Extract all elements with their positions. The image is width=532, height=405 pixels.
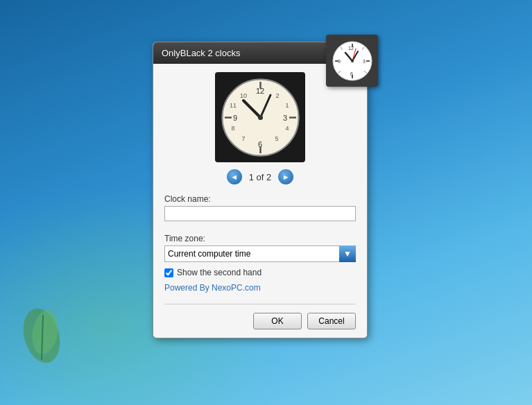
svg-text:10: 10: [239, 92, 246, 99]
timezone-label: Time zone:: [164, 234, 356, 243]
svg-point-19: [351, 60, 354, 62]
svg-text:1: 1: [285, 102, 289, 109]
title-clock-face: 12 3 6 9: [332, 40, 373, 82]
clock-navigation: ◄ 1 of 2 ►: [164, 169, 356, 184]
svg-point-40: [258, 115, 263, 120]
dialog-title: OnlyBLack 2 clocks: [162, 48, 240, 58]
svg-text:12: 12: [255, 87, 264, 95]
timezone-select[interactable]: Current computer time UTC US Eastern US …: [164, 245, 356, 262]
svg-text:6: 6: [257, 140, 261, 148]
second-hand-row: Show the second hand: [164, 268, 356, 277]
svg-text:5: 5: [275, 135, 278, 142]
powered-by-link[interactable]: Powered By NexoPC.com: [164, 283, 356, 293]
svg-text:3: 3: [363, 59, 366, 64]
second-hand-checkbox[interactable]: [164, 268, 173, 277]
prev-clock-button[interactable]: ◄: [227, 169, 242, 184]
second-hand-label: Show the second hand: [177, 268, 261, 277]
clock-preview-box: 12 3 6 9 2 1 4 5 7 8 11 10: [215, 72, 305, 162]
svg-text:12: 12: [348, 46, 354, 51]
button-separator: [164, 304, 356, 304]
svg-text:8: 8: [231, 125, 234, 132]
ok-button[interactable]: OK: [253, 313, 302, 329]
svg-text:2: 2: [275, 92, 279, 99]
svg-text:11: 11: [229, 102, 236, 109]
next-clock-button[interactable]: ►: [278, 169, 293, 184]
cancel-button[interactable]: Cancel: [307, 313, 356, 329]
timezone-select-wrapper: Current computer time UTC US Eastern US …: [164, 245, 356, 262]
svg-text:7: 7: [241, 135, 245, 142]
timezone-group: Time zone: Current computer time UTC US …: [164, 234, 356, 262]
clock-name-label: Clock name:: [164, 194, 356, 204]
svg-text:9: 9: [338, 59, 341, 64]
large-clock-face: 12 3 6 9 2 1 4 5 7 8 11 10: [221, 78, 300, 157]
svg-text:3: 3: [282, 114, 286, 122]
svg-text:9: 9: [232, 114, 237, 122]
dialog-container: 12 3 6 9 OnlyBLack 2 clocks: [153, 42, 368, 338]
title-clock-widget: 12 3 6 9: [326, 35, 378, 87]
dialog-body: 12 3 6 9 2 1 4 5 7 8 11 10: [153, 64, 367, 338]
clock-counter: 1 of 2: [249, 172, 272, 182]
svg-text:6: 6: [350, 71, 353, 76]
svg-text:4: 4: [285, 125, 289, 132]
dialog-buttons: OK Cancel: [164, 313, 356, 329]
clock-name-input[interactable]: [164, 206, 356, 221]
clock-name-group: Clock name:: [164, 194, 356, 228]
leaf-decoration: [14, 294, 69, 363]
